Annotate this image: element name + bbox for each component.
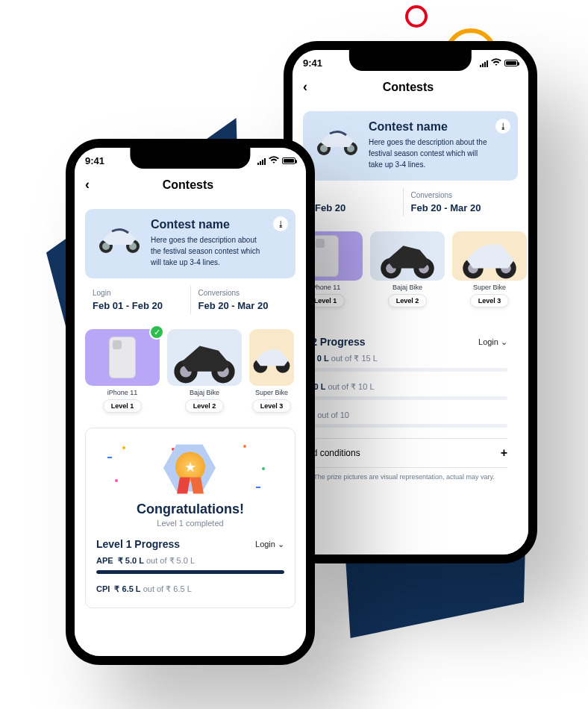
page-title: Contests	[313, 81, 503, 94]
contest-banner[interactable]: Contest name Here goes the description a…	[85, 209, 295, 278]
level-badge: Level 2	[388, 294, 428, 307]
phone-notch	[349, 50, 472, 71]
back-button[interactable]: ‹	[85, 177, 90, 193]
phone-mockup-back: 9:41 ‹ Contests Contest name Here goes t…	[284, 41, 537, 563]
status-time: 9:41	[303, 57, 322, 69]
prize-level-1[interactable]: ✓ iPhone 11 Level 1	[85, 329, 160, 413]
level-badge: Level 3	[470, 294, 510, 307]
metric-nop: NOP 0 out of 10	[293, 410, 507, 428]
plus-icon: +	[501, 446, 507, 460]
contest-banner[interactable]: Contest name Here goes the description a…	[303, 111, 518, 181]
battery-icon	[504, 60, 518, 66]
phone-notch	[130, 148, 250, 169]
period-row: . 01 - Feb 20 Conversions Feb 20 - Mar 2…	[303, 188, 518, 216]
status-time: 9:41	[85, 155, 104, 166]
banner-title: Contest name	[151, 218, 266, 231]
prize-scroller[interactable]: ✓ iPhone 11 Level 1 Bajaj Bike Level 2 S…	[75, 322, 306, 420]
period-row: Login Feb 01 - Feb 20 Conversions Feb 20…	[85, 286, 295, 314]
iphone-icon	[312, 235, 339, 277]
accent-ring-red	[405, 5, 428, 28]
banner-desc: Here goes the description about the fest…	[369, 137, 488, 170]
congrats-block: ★ Congratulations! Level 1 completed	[96, 442, 284, 528]
page-title: Contests	[96, 178, 281, 192]
prize-level-2[interactable]: Bajaj Bike Level 2	[167, 329, 242, 413]
progress-filter[interactable]: Login ⌄	[255, 540, 284, 549]
congrats-title: Congratulations!	[96, 502, 284, 517]
iphone-icon	[109, 337, 136, 378]
prize-level-2[interactable]: Bajaj Bike Level 2	[370, 231, 445, 307]
download-icon[interactable]: ⭳	[495, 119, 510, 134]
terms-expand[interactable]: ms and conditions +	[293, 438, 507, 468]
banner-desc: Here goes the description about the fest…	[151, 234, 266, 268]
period-conversions[interactable]: Conversions Feb 20 - Mar 20	[190, 286, 296, 314]
download-icon[interactable]: ⭳	[273, 216, 288, 231]
award-badge-icon: ★	[163, 442, 217, 496]
banner-image	[313, 120, 361, 159]
back-button[interactable]: ‹	[303, 79, 307, 95]
level-badge: Level 3	[252, 399, 292, 413]
prize-scroller[interactable]: iPhone 11 Level 1 Bajaj Bike Level 2 Sup…	[293, 224, 528, 315]
metric-ape: APE ₹ 0 L out of ₹ 15 L	[293, 354, 507, 372]
check-icon: ✓	[149, 325, 164, 340]
signal-icon	[257, 157, 266, 165]
signal-icon	[480, 60, 488, 67]
period-login[interactable]: Login Feb 01 - Feb 20	[85, 286, 190, 314]
bike-icon	[167, 329, 242, 386]
battery-icon	[282, 157, 295, 164]
progress-title: Level 1 Progress	[96, 538, 180, 550]
page-header: ‹ Contests	[293, 69, 528, 105]
progress-filter[interactable]: Login ⌄	[478, 337, 507, 347]
banner-image	[96, 218, 143, 257]
level-badge: Level 1	[103, 399, 143, 413]
superbike-icon	[452, 231, 527, 281]
banner-title: Contest name	[369, 120, 488, 134]
metric-ape: APE ₹ 5.0 L out of ₹ 5.0 L	[96, 556, 284, 574]
wifi-icon	[491, 57, 501, 69]
metric-cpi: CPI ₹ 0 L out of ₹ 10 L	[293, 382, 507, 400]
prize-level-3[interactable]: Super Bike Level 3	[452, 231, 527, 307]
congrats-progress-panel: ★ Congratulations! Level 1 completed Lev…	[85, 428, 295, 608]
prize-level-3[interactable]: Super Bike Level 3	[249, 329, 294, 413]
disclaimer: se note: The prize pictures are visual r…	[293, 472, 507, 482]
period-conversions[interactable]: Conversions Feb 20 - Mar 20	[403, 188, 519, 216]
metric-cpi: CPI ₹ 6.5 L out of ₹ 6.5 L	[96, 584, 284, 594]
level-badge: Level 2	[185, 399, 225, 413]
congrats-sub: Level 1 completed	[96, 519, 284, 528]
superbike-icon	[249, 329, 294, 386]
phone-mockup-front: 9:41 ‹ Contests Contest name Here goes t…	[66, 139, 315, 665]
wifi-icon	[269, 155, 279, 166]
bike-icon	[370, 231, 445, 281]
progress-panel-level-2: evel 2 Progress Login ⌄ APE ₹ 0 L out of…	[293, 322, 518, 496]
page-header: ‹ Contests	[75, 166, 306, 203]
